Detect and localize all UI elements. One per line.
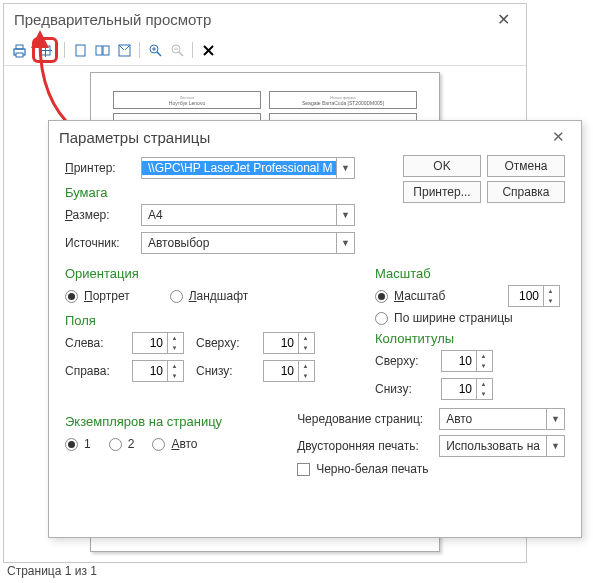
left-margin-input[interactable]: ▲▼ [132, 332, 184, 354]
close-icon[interactable]: ✕ [546, 128, 571, 146]
page-setup-dialog: Параметры страницы ✕ Принтер: \\GPC\HP L… [48, 120, 582, 538]
close-icon[interactable]: ✕ [491, 10, 516, 29]
margins-section: Поля [65, 313, 365, 328]
preview-toolbar [4, 35, 526, 66]
headers-section: Колонтитулы [375, 331, 565, 346]
size-label: Размер: [65, 208, 141, 222]
copies-2-radio[interactable]: 2 [109, 437, 135, 451]
svg-line-15 [179, 52, 183, 56]
svg-rect-6 [76, 45, 85, 56]
print-icon[interactable] [10, 41, 28, 59]
header-bottom-label: Снизу: [375, 382, 431, 396]
header-top-input[interactable]: ▲▼ [441, 350, 493, 372]
svg-rect-8 [103, 46, 109, 55]
chevron-down-icon[interactable]: ▼ [546, 436, 564, 456]
chevron-down-icon[interactable]: ▼ [546, 409, 564, 429]
zoom-out-icon[interactable] [168, 41, 186, 59]
preview-titlebar: Предварительный просмотр ✕ [4, 4, 526, 35]
dialog-titlebar: Параметры страницы ✕ [49, 121, 581, 153]
scale-input[interactable]: ▲▼ [508, 285, 560, 307]
portrait-radio[interactable]: Портрет [65, 289, 130, 303]
source-combo[interactable]: Автовыбор▼ [141, 232, 355, 254]
fit-width-radio[interactable]: По ширине страницы [375, 311, 565, 325]
left-label: Слева: [65, 336, 120, 350]
copies-auto-radio[interactable]: Авто [152, 437, 197, 451]
right-margin-input[interactable]: ▲▼ [132, 360, 184, 382]
chevron-down-icon[interactable]: ▼ [336, 158, 354, 178]
svg-rect-7 [96, 46, 102, 55]
highlighted-button [32, 37, 58, 63]
header-top-label: Сверху: [375, 354, 431, 368]
top-label: Сверху: [196, 336, 251, 350]
alternation-combo[interactable]: Авто▼ [439, 408, 565, 430]
orientation-section: Ориентация [65, 266, 365, 281]
printer-button[interactable]: Принтер... [403, 181, 481, 203]
bw-label: Черно-белая печать [316, 462, 428, 476]
svg-rect-2 [16, 53, 23, 57]
copies-section: Экземпляров на страницу [65, 414, 289, 429]
printer-combo[interactable]: \\GPC\HP LaserJet Professional M▼ [141, 157, 355, 179]
right-label: Справа: [65, 364, 120, 378]
top-margin-input[interactable]: ▲▼ [263, 332, 315, 354]
help-button[interactable]: Справка [487, 181, 565, 203]
duplex-combo[interactable]: Использовать на▼ [439, 435, 565, 457]
zoom-in-icon[interactable] [146, 41, 164, 59]
chevron-down-icon[interactable]: ▼ [336, 205, 354, 225]
scale-section: Масштаб [375, 266, 565, 281]
bottom-label: Снизу: [196, 364, 251, 378]
bottom-margin-input[interactable]: ▲▼ [263, 360, 315, 382]
landscape-radio[interactable]: Ландшафт [170, 289, 249, 303]
chevron-down-icon[interactable]: ▼ [336, 233, 354, 253]
fit-width-icon[interactable] [115, 41, 133, 59]
alternation-label: Чередование страниц: [297, 412, 439, 426]
printer-label: Принтер: [65, 161, 141, 175]
source-label: Источник: [65, 236, 141, 250]
preview-title: Предварительный просмотр [14, 11, 211, 28]
dialog-title: Параметры страницы [59, 129, 210, 146]
duplex-label: Двусторонняя печать: [297, 439, 439, 453]
copies-1-radio[interactable]: 1 [65, 437, 91, 451]
svg-line-11 [157, 52, 161, 56]
scale-radio[interactable]: Масштаб ▲▼ [375, 285, 565, 307]
page-setup-icon[interactable] [36, 41, 54, 59]
page-view-icon[interactable] [71, 41, 89, 59]
size-combo[interactable]: A4▼ [141, 204, 355, 226]
bw-checkbox[interactable] [297, 463, 310, 476]
ok-button[interactable]: OK [403, 155, 481, 177]
close-toolbar-icon[interactable] [199, 41, 217, 59]
status-bar: Страница 1 из 1 [3, 562, 101, 580]
header-bottom-input[interactable]: ▲▼ [441, 378, 493, 400]
two-page-icon[interactable] [93, 41, 111, 59]
cancel-button[interactable]: Отмена [487, 155, 565, 177]
